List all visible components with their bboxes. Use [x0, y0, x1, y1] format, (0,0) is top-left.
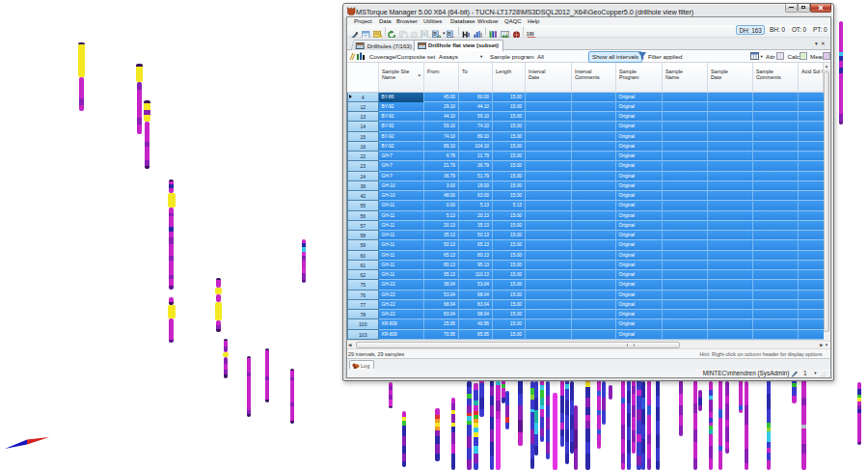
svg-text:B: B — [448, 31, 451, 37]
svg-text:B: B — [433, 31, 437, 37]
svg-text:100: 100 — [527, 31, 534, 36]
